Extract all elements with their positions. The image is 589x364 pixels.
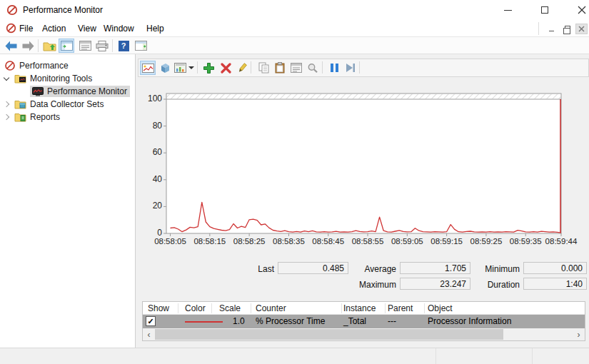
view-current-activity-button[interactable] bbox=[140, 61, 156, 75]
tree-item-label: Data Collector Sets bbox=[30, 99, 104, 109]
properties-icon bbox=[291, 63, 302, 73]
x-tick-label: 08:58:35 bbox=[268, 237, 309, 246]
add-counter-button[interactable] bbox=[201, 61, 216, 75]
console-tree-panel: Performance Monitoring Tools bbox=[0, 54, 136, 348]
scroll-right-arrow[interactable]: › bbox=[573, 328, 585, 340]
x-tick-label: 08:59:44 bbox=[540, 237, 582, 246]
y-tick-label: 20 bbox=[138, 201, 162, 211]
tree-item-label: Performance Monitor bbox=[47, 86, 127, 96]
show-checkbox[interactable]: ✓ bbox=[146, 316, 156, 326]
status-strip bbox=[0, 348, 589, 364]
x-tick-label: 08:58:15 bbox=[189, 237, 231, 246]
minimize-button[interactable] bbox=[491, 0, 524, 20]
chevron-down-icon[interactable] bbox=[4, 74, 9, 80]
up-one-level-button[interactable] bbox=[41, 39, 57, 53]
menu-help[interactable]: Help bbox=[145, 24, 166, 34]
freeze-display-button[interactable] bbox=[326, 61, 342, 75]
show-hide-action-pane-button[interactable] bbox=[133, 39, 148, 53]
chevron-right-icon[interactable] bbox=[4, 101, 9, 107]
chart-canvas bbox=[138, 77, 589, 257]
column-header-instance[interactable]: Instance bbox=[343, 303, 376, 313]
forward-button[interactable] bbox=[20, 39, 36, 53]
help-button[interactable]: ? bbox=[116, 39, 131, 53]
print-button[interactable] bbox=[94, 39, 110, 53]
highlight-button[interactable] bbox=[234, 61, 250, 75]
scroll-left-arrow[interactable]: ‹ bbox=[143, 328, 155, 340]
column-divider bbox=[251, 303, 251, 313]
mdi-minimize-button[interactable] bbox=[545, 24, 558, 34]
step-forward-icon bbox=[346, 63, 356, 73]
show-hide-console-tree-button[interactable] bbox=[59, 39, 74, 53]
average-label: Average bbox=[325, 264, 396, 274]
column-header-scale[interactable]: Scale bbox=[219, 303, 241, 313]
current-activity-icon bbox=[142, 63, 154, 74]
tree-item-monitoring-tools[interactable]: Monitoring Tools bbox=[4, 72, 92, 85]
legend-horizontal-scrollbar[interactable]: ‹ › bbox=[143, 328, 585, 340]
console-tree-icon bbox=[61, 41, 73, 51]
chart-toolbar bbox=[138, 59, 589, 77]
tree-item-performance-monitor[interactable]: Performance Monitor bbox=[30, 85, 130, 98]
column-divider bbox=[385, 303, 386, 313]
action-pane-icon bbox=[135, 41, 147, 51]
column-header-counter[interactable]: Counter bbox=[256, 303, 286, 313]
dropdown-caret-icon bbox=[188, 66, 194, 69]
top-hatch-band bbox=[167, 94, 561, 99]
legend-header-row: Show Color Scale Counter Instance Parent… bbox=[143, 302, 585, 315]
update-data-button[interactable] bbox=[343, 61, 358, 75]
menu-file[interactable]: File bbox=[18, 24, 34, 34]
cell-counter: % Processor Time bbox=[256, 316, 325, 326]
column-divider bbox=[341, 303, 342, 313]
chart-toolbar-separator bbox=[322, 61, 323, 74]
mdi-restore-button[interactable] bbox=[560, 24, 573, 34]
tree-item-data-collector-sets[interactable]: Data Collector Sets bbox=[4, 98, 104, 111]
cell-instance: _Total bbox=[343, 316, 366, 326]
back-arrow-icon bbox=[4, 40, 18, 52]
paste-counter-list-button[interactable] bbox=[272, 61, 288, 75]
properties-button[interactable] bbox=[288, 61, 304, 75]
magnifier-icon bbox=[307, 63, 318, 74]
paste-clipboard-icon bbox=[275, 62, 285, 74]
column-header-parent[interactable]: Parent bbox=[388, 303, 413, 313]
data-collector-sets-icon bbox=[14, 99, 26, 109]
copy-properties-button[interactable] bbox=[256, 61, 271, 75]
column-header-show[interactable]: Show bbox=[148, 303, 169, 313]
performance-root-icon bbox=[4, 60, 16, 71]
mdi-close-button[interactable] bbox=[575, 24, 588, 34]
column-header-color[interactable]: Color bbox=[185, 303, 206, 313]
export-list-button[interactable] bbox=[77, 39, 93, 53]
close-button[interactable] bbox=[565, 0, 589, 20]
x-tick-label: 08:59:15 bbox=[426, 237, 468, 246]
x-tick-label: 08:58:25 bbox=[228, 237, 270, 246]
menu-view[interactable]: View bbox=[76, 24, 98, 34]
performance-monitor-icon bbox=[32, 87, 44, 96]
maximize-button[interactable] bbox=[528, 0, 561, 20]
printer-icon bbox=[96, 41, 109, 51]
menu-bar: File Action View Window Help bbox=[0, 20, 589, 37]
menu-action[interactable]: Action bbox=[41, 24, 67, 34]
chart-toolbar-separator bbox=[359, 61, 360, 74]
x-tick-label: 08:58:45 bbox=[308, 237, 349, 246]
column-header-object[interactable]: Object bbox=[428, 303, 453, 313]
column-divider bbox=[211, 303, 212, 313]
status-strip-divider bbox=[532, 348, 533, 364]
x-tick-label: 08:59:05 bbox=[386, 237, 428, 246]
status-strip-divider bbox=[436, 348, 436, 364]
tree-item-performance[interactable]: Performance bbox=[4, 59, 69, 72]
view-log-data-button[interactable] bbox=[157, 61, 173, 75]
tree-item-reports[interactable]: Reports bbox=[4, 111, 60, 123]
performance-chart: 020406080100 08:58:0508:58:1508:58:2508:… bbox=[138, 77, 589, 257]
chevron-right-icon[interactable] bbox=[4, 114, 9, 120]
menu-window[interactable]: Window bbox=[102, 24, 136, 34]
scrollbar-thumb[interactable] bbox=[155, 329, 503, 340]
counter-row[interactable]: ✓ 1.0 % Processor Time _Total --- Proces… bbox=[143, 315, 585, 328]
chart-toolbar-separator bbox=[251, 61, 251, 74]
change-graph-type-button[interactable] bbox=[173, 61, 195, 75]
monitoring-tools-icon bbox=[14, 74, 26, 84]
delete-counter-button[interactable] bbox=[218, 61, 233, 75]
y-tick-label: 100 bbox=[138, 93, 162, 103]
forward-arrow-icon bbox=[21, 40, 35, 52]
last-label: Last bbox=[214, 264, 274, 274]
perfmon-menu-icon bbox=[6, 23, 16, 34]
zoom-button[interactable] bbox=[305, 61, 321, 75]
back-button[interactable] bbox=[3, 39, 19, 53]
